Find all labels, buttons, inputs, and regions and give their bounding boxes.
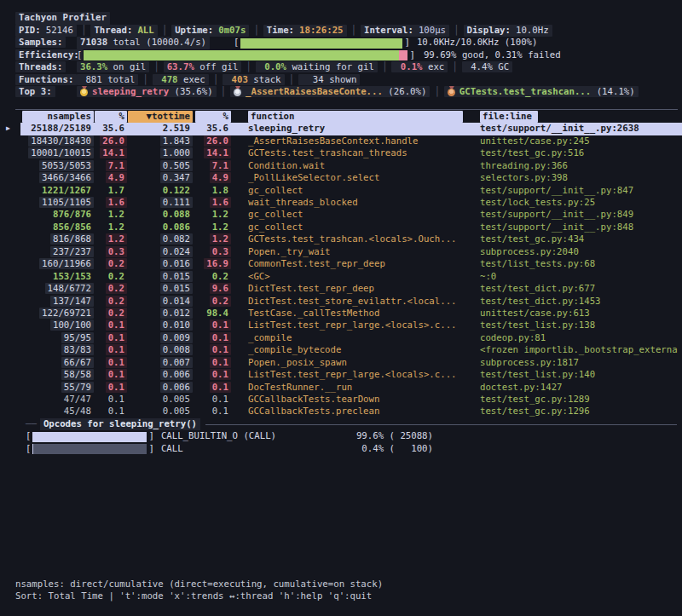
efficiency-summary: 99.69% good, 0.31% failed — [424, 49, 561, 61]
efficiency-failed-segment — [399, 50, 407, 60]
tottime-cell: 0.010 — [127, 320, 193, 331]
file-line: threading.py:366 — [480, 160, 568, 171]
table-row[interactable]: 66/670.10.0070.1Popen._posix_spawnsubpro… — [0, 357, 682, 369]
cell-value: 5053/5053 — [39, 160, 94, 171]
function-name: DictTest.test_repr_deep — [248, 283, 374, 294]
file-line: test/support/__init__.py:848 — [480, 222, 633, 233]
table-row-selected[interactable]: ▶25188/2518935.62.51935.6sleeping_retryt… — [0, 123, 682, 135]
column-header-percent-cumulative[interactable]: % — [193, 111, 231, 123]
cell-value: 137/147 — [50, 296, 94, 307]
function-cell: wait_threads_blocked — [231, 197, 468, 209]
nsamples-cell: 237/237 — [0, 246, 94, 258]
cell-value: 1.000 — [160, 147, 193, 158]
table-row[interactable]: 100/1000.10.0100.1ListTest.test_repr_lar… — [0, 320, 682, 331]
percent-direct-cell: 1.7 — [94, 185, 127, 197]
cell-value: 0.2 — [106, 258, 127, 269]
cell-value: 0.111 — [160, 197, 193, 208]
stat-value: 0.0% — [259, 61, 286, 72]
function-cell: DictTest.test_store_evilattr.<local... — [231, 296, 468, 308]
opcode-bar — [32, 444, 147, 454]
table-row[interactable]: 10001/1001514.11.00014.1GCTests.test_tra… — [0, 147, 682, 159]
thread-stat: 36.3% on gil — [77, 61, 149, 72]
table-row[interactable]: 55/790.10.0060.1DocTestRunner.__rundocte… — [0, 382, 682, 394]
fileline-cell: <frozen importlib._bootstrap_externa — [468, 344, 682, 356]
tottime-cell: 0.007 — [127, 357, 193, 369]
legend-line: nsamples: direct/cumulative (direct=exec… — [0, 579, 682, 590]
fileline-cell: test/test_gc.py:434 — [468, 233, 682, 245]
table-row[interactable]: 876/8761.20.0881.2gc_collecttest/support… — [0, 209, 682, 221]
function-name: DocTestRunner.__run — [248, 382, 352, 393]
function-cell: sleeping_retry — [231, 123, 468, 135]
top3-entry: GCTests.test_trashcan... (14.1%) — [444, 86, 639, 97]
time-value: 18:26:25 — [299, 25, 343, 36]
column-header-fileline[interactable]: file:line — [468, 111, 682, 123]
nsamples-cell: 66/67 — [0, 357, 94, 369]
table-row[interactable]: 5053/50537.10.5057.1Condition.waitthread… — [0, 160, 682, 172]
divider: │ — [253, 25, 258, 37]
table-row[interactable]: 816/8681.20.0821.2GCTests.test_trashcan.… — [0, 233, 682, 245]
table-row[interactable]: 83/830.10.0080.1_compile_bytecode<frozen… — [0, 344, 682, 356]
table-row[interactable]: 148/67720.20.0159.6DictTest.test_repr_de… — [0, 283, 682, 295]
samples-total: 71038 total (10000.4/s) — [77, 37, 210, 49]
dash-prefix: ── — [26, 418, 37, 430]
opcode-bar — [32, 432, 147, 442]
function-name: sleeping_retry — [248, 123, 325, 134]
function-cell: CommonTest.test_repr_deep — [231, 258, 468, 270]
function-name: CommonTest.test_repr_deep — [248, 258, 385, 269]
table-row[interactable]: 47/470.10.0050.1GCCallbackTests.tearDown… — [0, 394, 682, 406]
table-row[interactable]: 95/950.10.0090.1_compilecodeop.py:81 — [0, 332, 682, 344]
column-header-percent-direct[interactable]: % — [94, 111, 127, 123]
fileline-cell: codeop.py:81 — [468, 332, 682, 344]
divider: │ — [162, 25, 167, 37]
function-name: Condition.wait — [248, 160, 325, 171]
table-row[interactable]: 58/580.10.0060.1ListTest.test_repr_large… — [0, 369, 682, 381]
column-header-tottime-sorted[interactable]: ▼tottime — [127, 111, 193, 123]
cell-value: 0.1 — [106, 406, 127, 417]
top3-entry: _AssertRaisesBaseConte... (26.0%) — [230, 86, 430, 97]
thread-field[interactable]: Thread:ALL — [90, 25, 157, 37]
function-name: _compile — [248, 332, 292, 343]
file-line: <frozen importlib._bootstrap_externa — [480, 344, 678, 355]
table-row[interactable]: 1221/12671.70.1221.8gc_collecttest/suppo… — [0, 185, 682, 197]
table-row[interactable]: 18430/1843026.01.84326.0_AssertRaisesBas… — [0, 135, 682, 147]
cell-value: 25188/25189 — [28, 123, 94, 134]
cell-value: 14.1 — [204, 147, 231, 158]
cell-value: 816/868 — [50, 233, 94, 245]
function-cell: gc_collect — [231, 209, 468, 221]
function-cell: ListTest.test_repr_large.<locals>.c... — [231, 369, 468, 381]
table-row[interactable]: 45/480.10.0050.1GCCallbackTests.preclean… — [0, 406, 682, 417]
opcode-row: []CALL_BUILTIN_O (CALL)99.6% ( 25088) — [0, 430, 682, 442]
samples-bar-row: Samples:71038 total (10000.4/s)[]10.0KHz… — [0, 37, 682, 49]
fileline-cell: test/support/__init__.py:2638 — [468, 123, 682, 135]
cell-value: 0.1 — [106, 344, 127, 355]
function-name: gc_collect — [248, 185, 303, 196]
percent-cumulative-cell: 1.2 — [193, 222, 231, 233]
table-row[interactable]: 1105/11051.60.1111.6wait_threads_blocked… — [0, 197, 682, 209]
cell-value: 16.9 — [204, 258, 231, 269]
table-row[interactable]: 160/119660.20.01616.9CommonTest.test_rep… — [0, 258, 682, 270]
table-row[interactable]: 137/1470.20.0140.2DictTest.test_store_ev… — [0, 296, 682, 308]
column-header-nsamples[interactable]: nsamples — [0, 111, 94, 123]
uptime-value: 0m07s — [218, 25, 246, 36]
table-row[interactable]: 153/1530.20.0150.2<GC>~:0 — [0, 271, 682, 283]
opcode-bar-fill — [32, 432, 146, 442]
cell-value: 0.1 — [106, 320, 127, 331]
percent-cumulative-cell: 0.1 — [193, 344, 231, 356]
column-header-function[interactable]: function — [231, 111, 468, 123]
table-row[interactable]: 122/697210.20.01298.4TestCase._callTestM… — [0, 308, 682, 320]
fileline-cell: ~:0 — [468, 271, 682, 283]
interval-label: Interval: — [364, 25, 413, 36]
opcode-name: CALL — [161, 443, 183, 455]
tottime-cell: 0.014 — [127, 296, 193, 308]
function-cell: DocTestRunner.__run — [231, 382, 468, 394]
percent-direct-cell: 0.1 — [94, 394, 127, 406]
table-row[interactable]: 237/2370.30.0240.3Popen._try_waitsubproc… — [0, 246, 682, 258]
percent-direct-cell: 1.2 — [94, 222, 127, 233]
cell-value: 0.1 — [106, 369, 127, 380]
cell-value: 10001/10015 — [28, 147, 94, 158]
table-row[interactable]: 3466/34664.90.3474.9_PollLikeSelector.se… — [0, 172, 682, 184]
cell-value: 0.006 — [160, 369, 193, 380]
function-name: DictTest.test_store_evilattr.<local... — [248, 296, 457, 307]
table-row[interactable]: 856/8561.20.0861.2gc_collecttest/support… — [0, 222, 682, 233]
cell-value: 0.122 — [160, 185, 193, 196]
